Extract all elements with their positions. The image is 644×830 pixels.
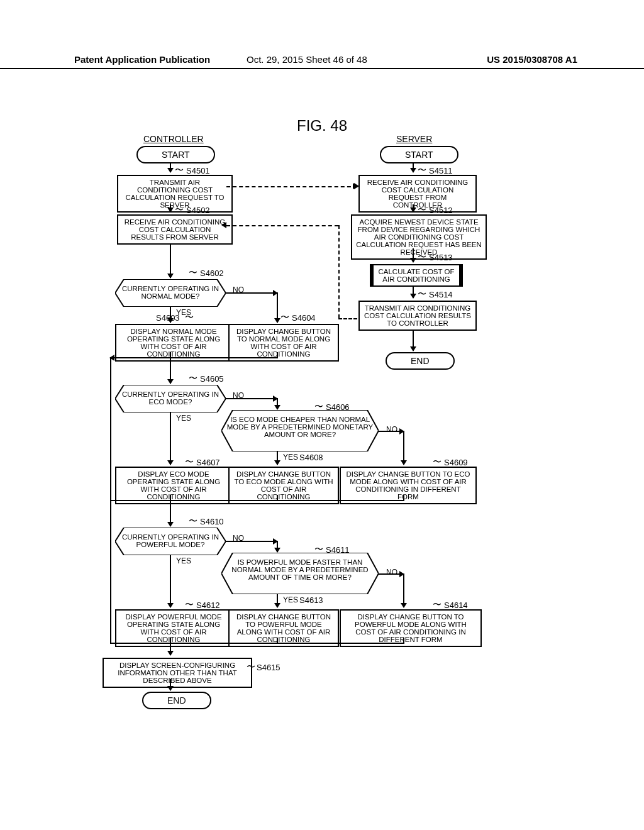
step-s4608: DISPLAY CHANGE BUTTON TO ECO MODE ALONG … [228, 467, 339, 504]
step-s4502: RECEIVE AIR CONDITIONING COST CALCULATIO… [117, 214, 233, 245]
step-s4608-label: S4608 [299, 453, 323, 462]
step-s4603-label: S4603 [156, 313, 180, 323]
dashed-line-response-2 [338, 318, 357, 319]
server-label: SERVER [396, 134, 432, 144]
step-s4514-label: S4514 [429, 290, 453, 299]
step-s4607: DISPLAY ECO MODE OPERATING STATE ALONG W… [115, 467, 232, 504]
step-s4604-label: S4604 [292, 313, 316, 323]
step-s4613-label: S4613 [299, 595, 323, 605]
step-s4501-label: S4501 [186, 166, 210, 175]
step-s4609: DISPLAY CHANGE BUTTON TO ECO MODE ALONG … [340, 467, 477, 504]
step-s4605-label: S4605 [200, 374, 224, 384]
page-header: Patent Application Publication Oct. 29, … [0, 54, 644, 69]
header-mid: Oct. 29, 2015 Sheet 46 of 48 [247, 54, 367, 65]
header-right: US 2015/0308708 A1 [487, 54, 577, 65]
step-s4612: DISPLAY POWERFUL MODE OPERATING STATE AL… [115, 609, 232, 647]
server-end: END [386, 352, 455, 370]
figure-title: FIG. 48 [0, 117, 644, 135]
step-s4614: DISPLAY CHANGE BUTTON TO POWERFUL MODE A… [340, 609, 482, 647]
step-s4610-label: S4610 [200, 517, 224, 526]
controller-start: START [136, 146, 215, 163]
step-s4514: TRANSMIT AIR CONDITIONING COST CALCULATI… [358, 301, 477, 331]
decision-s4602: CURRENTLY OPERATING IN NORMAL MODE? [115, 279, 226, 307]
header-left: Patent Application Publication [74, 54, 210, 65]
step-s4502-label: S4502 [186, 206, 210, 215]
decision-s4606: IS ECO MODE CHEAPER THAN NORMAL MODE BY … [221, 410, 379, 451]
step-s4615-label: S4615 [257, 663, 280, 672]
decision-s4605: CURRENTLY OPERATING IN ECO MODE? [115, 385, 226, 412]
step-s4609-label: S4609 [444, 458, 468, 467]
step-s4614-label: S4614 [444, 600, 468, 610]
controller-end: END [142, 692, 211, 709]
step-s4607-label: S4607 [196, 458, 220, 467]
dashed-line-request [226, 186, 357, 187]
step-s4602-label: S4602 [200, 268, 224, 278]
step-s4615: DISPLAY SCREEN-CONFIGURING INFORMATION O… [103, 658, 252, 688]
step-s4513-label: S4513 [429, 253, 453, 262]
server-start: START [380, 146, 458, 163]
step-s4612-label: S4612 [196, 600, 220, 610]
step-s4512-label: S4512 [429, 206, 453, 215]
dashed-line-response-1 [226, 225, 338, 226]
step-s4604: DISPLAY CHANGE BUTTON TO NORMAL MODE ALO… [228, 324, 339, 362]
decision-s4610: CURRENTLY OPERATING IN POWERFUL MODE? [115, 528, 226, 555]
step-s4511-label: S4511 [429, 166, 453, 175]
step-s4603: DISPLAY NORMAL MODE OPERATING STATE ALON… [115, 324, 232, 362]
step-s4513: CALCULATE COST OF AIR CONDITIONING [370, 264, 463, 287]
decision-s4611: IS POWERFUL MODE FASTER THAN NORMAL MODE… [221, 553, 379, 594]
controller-label: CONTROLLER [143, 134, 204, 144]
step-s4613: DISPLAY CHANGE BUTTON TO POWERFUL MODE A… [228, 609, 339, 647]
